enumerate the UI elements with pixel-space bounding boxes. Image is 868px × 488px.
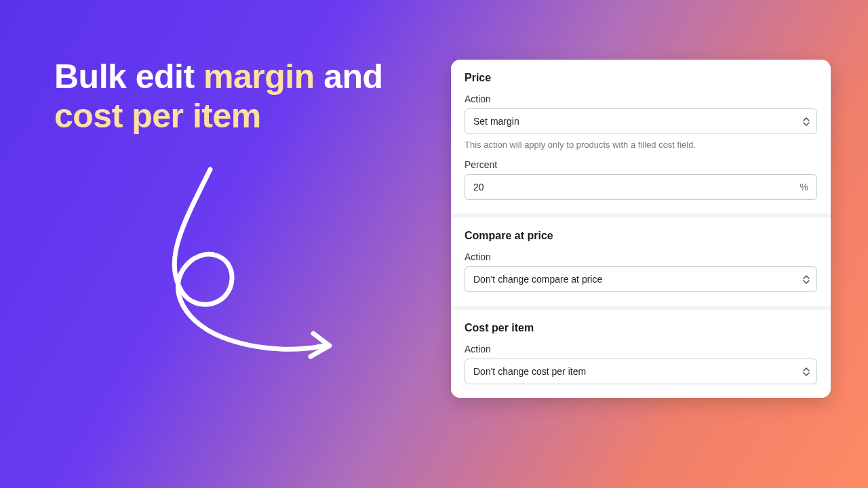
headline-part1: Bulk edit (54, 58, 203, 96)
compare-action-value: Don't change compare at price (473, 274, 602, 285)
chevron-updown-icon (803, 117, 810, 126)
price-action-value: Set margin (473, 116, 519, 127)
headline-accent-cost: cost per item (54, 97, 261, 135)
headline: Bulk edit margin and cost per item (54, 58, 407, 136)
price-card-title: Price (465, 72, 817, 84)
percent-input-wrap: % (465, 174, 817, 200)
chevron-updown-icon (803, 367, 810, 376)
cost-card-title: Cost per item (465, 322, 817, 334)
price-action-label: Action (465, 94, 817, 104)
compare-card-title: Compare at price (465, 230, 817, 242)
compare-card: Compare at price Action Don't change com… (451, 218, 831, 306)
percent-suffix: % (800, 182, 808, 192)
settings-panel: Price Action Set margin This action will… (451, 60, 831, 398)
headline-part2: and (315, 58, 383, 96)
cost-action-select[interactable]: Don't change cost per item (465, 359, 817, 384)
cost-action-label: Action (465, 344, 817, 354)
promo-background: Bulk edit margin and cost per item Price… (0, 0, 868, 488)
chevron-updown-icon (803, 274, 810, 284)
price-action-help: This action will apply only to products … (465, 140, 817, 150)
headline-accent-margin: margin (203, 58, 315, 96)
cost-card: Cost per item Action Don't change cost p… (451, 310, 831, 398)
compare-action-label: Action (465, 251, 817, 262)
compare-action-select[interactable]: Don't change compare at price (465, 266, 817, 292)
percent-label: Percent (465, 159, 817, 170)
percent-input[interactable] (465, 175, 816, 199)
cost-action-value: Don't change cost per item (473, 366, 586, 377)
curly-arrow-icon (129, 163, 339, 366)
price-card: Price Action Set margin This action will… (451, 60, 831, 214)
price-action-select[interactable]: Set margin (465, 108, 817, 134)
